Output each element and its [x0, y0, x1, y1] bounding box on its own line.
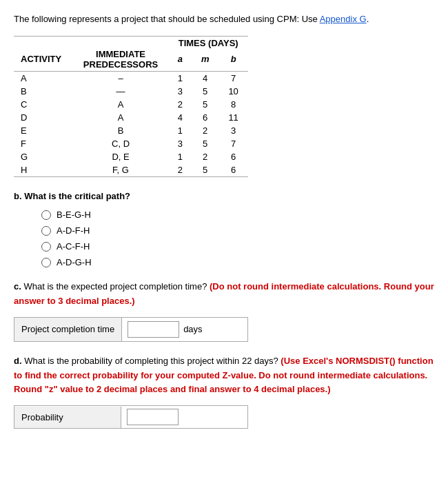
question-c: c. What is the expected project completi…: [14, 280, 434, 309]
critical-path-options: B-E-G-HA-D-F-HA-C-F-HA-D-G-H: [41, 210, 434, 267]
project-completion-input[interactable]: [128, 321, 179, 338]
col-predecessors: IMMEDIATE PREDECESSORS: [73, 48, 169, 72]
radio-circle-icon[interactable]: [41, 258, 51, 267]
table-row: A–147: [14, 71, 248, 85]
radio-option-label: B-E-G-H: [57, 210, 91, 220]
radio-option[interactable]: A-C-F-H: [41, 241, 434, 252]
radio-option[interactable]: A-D-F-H: [41, 225, 434, 236]
radio-option[interactable]: A-D-G-H: [41, 257, 434, 267]
col-m: m: [192, 48, 218, 72]
project-completion-field-wrap: days: [122, 318, 247, 340]
probability-field-wrap: [121, 406, 247, 428]
cpm-table: TIMES (DAYS) ACTIVITY IMMEDIATE PREDECES…: [14, 36, 248, 177]
probability-label: Probability: [14, 407, 121, 428]
probability-row: Probability: [14, 405, 248, 429]
project-completion-label: Project completion time: [14, 318, 122, 341]
table-row: CA258: [14, 98, 248, 111]
table-row: EB123: [14, 124, 248, 137]
question-b-label: b. What is the critical path?: [14, 190, 434, 203]
table-row: FC, D357: [14, 137, 248, 150]
radio-option-label: A-D-G-H: [57, 257, 92, 267]
radio-circle-icon[interactable]: [41, 226, 51, 236]
radio-option[interactable]: B-E-G-H: [41, 210, 434, 220]
table-row: DA4611: [14, 111, 248, 124]
radio-option-label: A-C-F-H: [57, 241, 90, 252]
col-a: a: [168, 48, 192, 72]
table-row: B—3510: [14, 85, 248, 98]
project-completion-row: Project completion time days: [14, 317, 248, 342]
appendix-link[interactable]: Appendix G: [320, 14, 367, 24]
question-d: d. What is the probability of completing…: [14, 354, 434, 397]
days-unit: days: [183, 324, 202, 334]
col-b: b: [218, 48, 248, 72]
probability-input[interactable]: [127, 409, 179, 425]
table-row: HF, G256: [14, 163, 248, 177]
radio-option-label: A-D-F-H: [57, 225, 90, 236]
radio-circle-icon[interactable]: [41, 242, 51, 252]
times-header: TIMES (DAYS): [168, 36, 248, 48]
col-activity: ACTIVITY: [14, 48, 73, 72]
radio-circle-icon[interactable]: [41, 210, 51, 220]
table-row: GD, E126: [14, 150, 248, 163]
intro-text: The following represents a project that …: [14, 12, 434, 26]
